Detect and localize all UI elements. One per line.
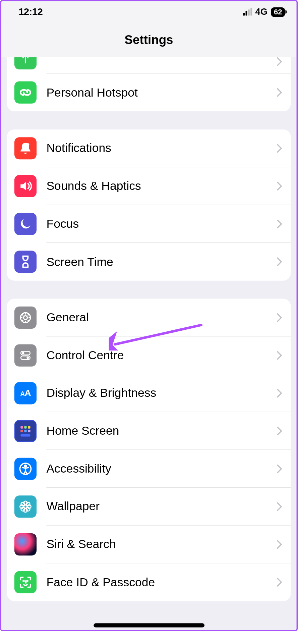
svg-point-26 xyxy=(27,581,28,582)
row-label: Wallpaper xyxy=(46,500,277,513)
row-label: Home Screen xyxy=(46,424,277,437)
chevron-right-icon xyxy=(277,181,283,191)
status-bar: 12:12 4G 62 xyxy=(1,1,297,23)
moon-icon xyxy=(14,213,37,235)
svg-rect-8 xyxy=(24,426,26,428)
svg-rect-7 xyxy=(20,426,23,428)
siri-icon xyxy=(14,533,37,555)
accessibility-icon xyxy=(14,458,37,480)
chevron-right-icon xyxy=(277,388,283,397)
svg-rect-12 xyxy=(28,430,30,432)
flower-icon xyxy=(14,495,37,518)
settings-group-general: General Control Centre AA Display & B xyxy=(7,299,291,601)
text-size-icon: AA xyxy=(14,382,37,404)
chevron-right-icon xyxy=(277,219,283,228)
row-faceid-passcode[interactable]: Face ID & Passcode xyxy=(7,563,291,601)
svg-point-15 xyxy=(24,465,26,467)
status-time: 12:12 xyxy=(18,6,43,17)
chevron-right-icon xyxy=(277,540,283,549)
page-title: Settings xyxy=(125,33,173,47)
row-label: General xyxy=(46,311,277,324)
status-right: 4G 62 xyxy=(243,7,285,17)
chevron-right-icon xyxy=(277,144,283,153)
row-label: Display & Brightness xyxy=(46,386,277,400)
speaker-icon xyxy=(14,175,37,197)
row-general[interactable]: General xyxy=(7,299,291,337)
row-label: Focus xyxy=(46,217,277,230)
antenna-icon xyxy=(14,57,37,69)
row-label: Notifications xyxy=(46,141,277,155)
row-control-centre[interactable]: Control Centre xyxy=(7,336,291,374)
row-label: Sounds & Haptics xyxy=(46,179,277,193)
svg-point-2 xyxy=(23,316,27,319)
hourglass-icon xyxy=(14,251,37,273)
row-label: Accessibility xyxy=(46,462,277,475)
battery-indicator: 62 xyxy=(271,7,285,16)
row-siri-search[interactable]: Siri & Search xyxy=(7,526,291,564)
row-sounds-haptics[interactable]: Sounds & Haptics xyxy=(7,167,291,205)
row-home-screen[interactable]: Home Screen xyxy=(7,412,291,450)
chevron-right-icon xyxy=(277,464,283,473)
nav-bar: Settings xyxy=(1,22,297,57)
row-label: Face ID & Passcode xyxy=(46,576,277,589)
svg-rect-10 xyxy=(20,430,23,432)
row-mobile-data[interactable]: Mobile Data xyxy=(7,57,291,73)
device-frame: 12:12 4G 62 Settings Mobile Data xyxy=(0,0,298,631)
chevron-right-icon xyxy=(277,351,283,360)
face-icon xyxy=(14,571,37,593)
svg-point-4 xyxy=(22,352,24,354)
svg-point-25 xyxy=(23,581,24,582)
chevron-right-icon xyxy=(277,88,283,97)
chevron-right-icon xyxy=(277,578,283,587)
row-accessibility[interactable]: Accessibility xyxy=(7,450,291,488)
chevron-right-icon xyxy=(277,502,283,511)
chevron-right-icon xyxy=(277,257,283,266)
row-label: Personal Hotspot xyxy=(46,86,277,99)
gear-icon xyxy=(14,307,37,329)
row-focus[interactable]: Focus xyxy=(7,205,291,243)
row-wallpaper[interactable]: Wallpaper xyxy=(7,488,291,526)
home-indicator xyxy=(94,623,204,627)
row-personal-hotspot[interactable]: Personal Hotspot xyxy=(7,73,291,111)
row-label: Siri & Search xyxy=(46,537,277,551)
signal-bars-icon xyxy=(243,8,252,16)
toggles-icon xyxy=(14,344,37,367)
svg-rect-11 xyxy=(24,430,26,432)
chevron-right-icon xyxy=(277,426,283,435)
svg-rect-13 xyxy=(20,434,30,436)
settings-list[interactable]: Mobile Data Personal Hotspot xyxy=(1,57,297,631)
row-label: Screen Time xyxy=(46,255,277,268)
chevron-right-icon xyxy=(277,57,283,66)
bell-icon xyxy=(14,137,37,159)
row-screen-time[interactable]: Screen Time xyxy=(7,243,291,281)
chevron-right-icon xyxy=(277,313,283,322)
link-icon xyxy=(14,82,37,104)
grid-icon xyxy=(14,420,37,442)
row-label: Control Centre xyxy=(46,348,277,362)
row-label: Mobile Data xyxy=(46,57,277,59)
svg-point-6 xyxy=(26,357,29,359)
row-display-brightness[interactable]: AA Display & Brightness xyxy=(7,374,291,412)
svg-point-0 xyxy=(26,143,29,146)
settings-group-connectivity: Mobile Data Personal Hotspot xyxy=(7,57,291,111)
settings-group-notifications: Notifications Sounds & Haptics Focus xyxy=(7,129,291,281)
svg-rect-9 xyxy=(28,426,30,428)
row-notifications[interactable]: Notifications xyxy=(7,129,291,167)
network-label: 4G xyxy=(255,7,267,17)
